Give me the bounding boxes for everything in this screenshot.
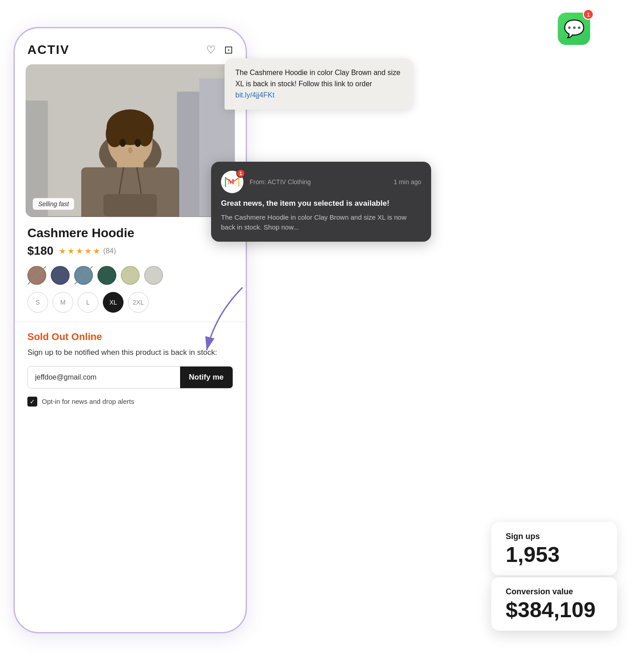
product-image: Selling fast [26,64,235,217]
gmail-badge: 1 [236,169,245,178]
conversion-value: $384,109 [506,599,603,621]
color-swatch-clay[interactable] [27,266,46,285]
signups-label: Sign ups [506,532,603,541]
messages-badge: 1 [583,9,594,20]
svg-point-11 [119,139,126,147]
phone-header: ACTIV ♡ ⊡ [15,37,246,61]
optin-row: ✓ Opt-in for news and drop alerts [27,397,233,407]
sms-link[interactable]: bit.ly/4jj4FKt [235,91,274,99]
messages-icon[interactable]: 💬 1 [558,13,590,45]
cart-icon[interactable]: ⊡ [224,44,233,56]
product-price-row: $180 ★ ★ ★ ★ ★ (84) [27,244,233,258]
email-input[interactable] [28,367,180,388]
wishlist-icon[interactable]: ♡ [206,44,216,56]
svg-rect-15 [104,194,157,217]
email-subject: Great news, the item you selected is ava… [221,199,421,209]
sms-message-text: The Cashmere Hoodie in color Clay Brown … [235,69,400,88]
email-notif-header: M 1 From: ACTIV Clothing 1 min ago [221,171,421,193]
signups-card: Sign ups 1,953 [491,522,617,575]
email-notification: M 1 From: ACTIV Clothing 1 min ago Great… [211,162,431,242]
star-1: ★ [59,246,66,256]
email-input-row: Notify me [27,366,233,389]
review-count: (84) [103,247,116,255]
svg-point-12 [135,139,141,147]
email-time: 1 min ago [394,178,421,186]
check-icon: ✓ [30,398,35,405]
gmail-icon: M 1 [221,171,243,193]
phone-mockup: ACTIV ♡ ⊡ [13,27,247,633]
size-2xl[interactable]: 2XL [128,292,149,313]
notify-button[interactable]: Notify me [180,367,233,388]
selling-fast-badge: Selling fast [33,198,74,210]
email-from-row: From: ACTIV Clothing 1 min ago [250,178,421,186]
divider [15,322,246,322]
message-bubble-icon: 💬 [564,19,585,39]
app-logo: ACTIV [27,43,70,57]
optin-checkbox[interactable]: ✓ [27,397,37,407]
star-4: ★ [84,246,92,256]
color-swatch-navy[interactable] [51,266,70,285]
sold-out-label: Sold Out Online [27,331,233,343]
conversion-label: Conversion value [506,587,603,597]
star-2: ★ [67,246,75,256]
email-from: From: ACTIV Clothing [250,178,311,186]
size-buttons: S M L XL 2XL [27,292,233,313]
optin-label: Opt-in for news and drop alerts [42,398,134,405]
signups-value: 1,953 [506,544,603,566]
color-swatch-forest[interactable] [97,266,116,285]
conversion-card: Conversion value $384,109 [491,577,617,631]
star-5: ★ [93,246,100,256]
size-s[interactable]: S [27,292,48,313]
size-m[interactable]: M [53,292,73,313]
email-body: The Cashmere Hoodie in color Clay Brown … [221,212,421,233]
star-3: ★ [76,246,83,256]
star-rating: ★ ★ ★ ★ ★ (84) [59,246,116,256]
sold-out-section: Sold Out Online Sign up to be notified w… [15,331,246,407]
stats-container: Sign ups 1,953 Conversion value $384,109 [491,522,617,636]
size-l[interactable]: L [78,292,98,313]
email-meta: From: ACTIV Clothing 1 min ago [250,178,421,186]
product-name: Cashmere Hoodie [27,226,233,240]
notify-text: Sign up to be notified when this product… [27,347,233,358]
messages-icon-container: 💬 1 [558,13,590,45]
color-swatch-sage[interactable] [121,266,140,285]
svg-point-13 [128,147,132,154]
size-xl[interactable]: XL [103,292,124,313]
color-swatch-steelblue[interactable] [74,266,93,285]
sms-bubble: The Cashmere Hoodie in color Clay Brown … [225,58,413,110]
sms-text: The Cashmere Hoodie in color Clay Brown … [235,67,402,101]
product-price: $180 [27,244,53,258]
svg-text:M: M [228,178,234,186]
color-swatch-gray[interactable] [144,266,163,285]
header-icons: ♡ ⊡ [206,44,233,56]
color-swatches [27,266,233,285]
